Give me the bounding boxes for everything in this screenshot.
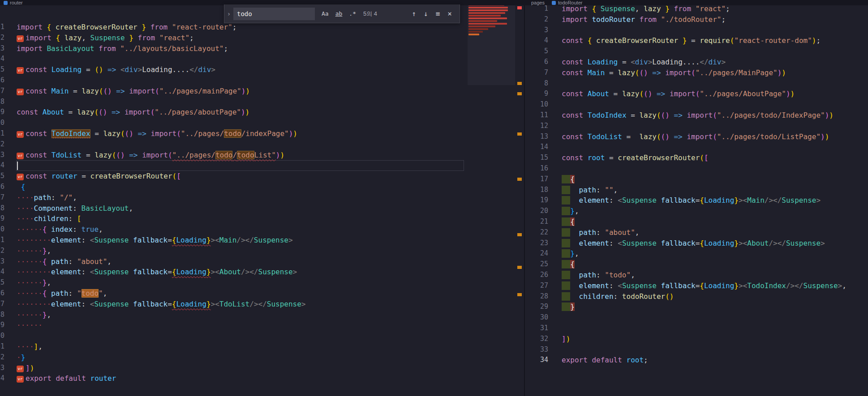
previous-match-icon[interactable]: ↑ [412, 9, 416, 18]
code-token: > [288, 236, 293, 244]
code-token: = [605, 68, 618, 77]
whole-word-icon[interactable]: ab [335, 10, 343, 17]
code-token: > [838, 281, 842, 290]
match-case-icon[interactable]: Aa [322, 10, 329, 17]
find-input[interactable]: todo [233, 8, 315, 20]
code-token: >< [739, 281, 747, 290]
code-token: () [103, 87, 112, 95]
code-token [146, 23, 150, 31]
code-token: Main [588, 68, 605, 77]
code-token: ·· [43, 236, 51, 244]
inline-badge: vr [17, 89, 24, 95]
code-token: Main [219, 236, 237, 244]
code-token: { [43, 257, 47, 266]
code-token [155, 34, 159, 42]
code-token: => [112, 108, 120, 116]
code-token: fallback [661, 239, 696, 247]
line-number: 26 [0, 288, 4, 299]
code-token: } [129, 34, 133, 42]
code-token: ; [189, 34, 194, 42]
code-token: ·· [25, 214, 34, 223]
code-token [570, 292, 579, 301]
overview-ruler[interactable] [516, 0, 523, 396]
code-token: List" [254, 151, 276, 159]
code-line: ]) [562, 334, 847, 345]
code-token: ·· [17, 278, 25, 287]
line-number: 15 [0, 171, 4, 182]
code-token: ( [112, 151, 116, 159]
pane-divider[interactable] [524, 0, 525, 396]
code-token: = [64, 108, 77, 116]
tab-label-right[interactable]: todoRouter [558, 0, 582, 5]
line-number: 19 [529, 195, 548, 206]
code-token: { [21, 183, 26, 191]
code-token: lazy [644, 4, 661, 13]
code-token [583, 153, 588, 162]
code-line [17, 118, 305, 128]
code-token: ·· [34, 257, 43, 266]
line-number: 27 [0, 299, 4, 310]
code-token: element [51, 236, 81, 244]
code-token: >< [211, 268, 219, 276]
code-token: element [579, 239, 609, 247]
minimap[interactable] [468, 0, 515, 396]
code-token: [ [704, 153, 709, 162]
code-token: > [648, 58, 653, 66]
code-token: Loading [176, 236, 206, 244]
code-token: < [90, 300, 95, 308]
code-token: element [51, 268, 81, 276]
code-token [562, 217, 570, 226]
right-editor-code[interactable]: import { Suspense, lazy } from "react";i… [562, 4, 847, 366]
code-token: : [69, 257, 77, 266]
code-token: div [635, 58, 648, 66]
code-token: : [596, 186, 605, 194]
code-token: ) [293, 129, 297, 138]
code-line: ······}, [17, 246, 305, 256]
code-line: ····path: "/", [17, 192, 305, 203]
code-token: > [816, 196, 821, 204]
search-match-marker [517, 266, 522, 269]
code-token: Suspense [267, 300, 301, 308]
code-line [562, 25, 847, 36]
code-token: ( [168, 151, 172, 159]
close-icon[interactable]: × [447, 9, 452, 18]
toggle-replace-icon[interactable]: › [224, 4, 233, 23]
code-token: : [609, 196, 618, 204]
code-token: > [721, 58, 726, 66]
code-token: , [47, 278, 51, 287]
code-token [583, 89, 588, 98]
line-number: 21 [529, 217, 548, 227]
code-token: const [562, 111, 583, 119]
code-token: , [103, 289, 107, 298]
line-number: 18 [529, 185, 548, 196]
tab-label-left[interactable]: router [10, 0, 23, 5]
code-token: todo [215, 151, 233, 159]
code-token: ( [730, 36, 735, 45]
code-token: root [627, 356, 644, 364]
find-in-selection-icon[interactable]: ≡ [436, 9, 440, 18]
code-token: ( [176, 129, 181, 138]
code-token: "react" [159, 34, 189, 42]
code-line: vrexport default router [17, 373, 305, 384]
code-token: = [622, 132, 640, 141]
code-token: "../pages/todo/ListPage" [717, 132, 821, 141]
regex-icon[interactable]: .* [349, 10, 356, 17]
code-line [562, 312, 847, 323]
code-token [52, 34, 56, 42]
code-token: ·· [17, 193, 25, 202]
code-token: /></ [786, 281, 804, 290]
code-token: ·· [25, 193, 34, 202]
code-line: const root = createBrowserRouter([ [562, 153, 847, 163]
code-token [588, 4, 592, 13]
next-match-icon[interactable]: ↓ [424, 9, 428, 18]
code-token: lazy [64, 34, 82, 42]
left-editor-code[interactable]: import { createBrowserRouter } from "rea… [17, 22, 305, 384]
code-token: todoRouter [592, 15, 635, 24]
code-token: ·· [25, 321, 34, 329]
breadcrumb[interactable]: pages [531, 0, 545, 5]
code-line: } [562, 302, 847, 312]
code-token: BasicLayout [47, 44, 94, 53]
code-token: TodoList [588, 132, 622, 141]
search-match-marker [517, 178, 522, 181]
code-token: () [661, 132, 670, 141]
